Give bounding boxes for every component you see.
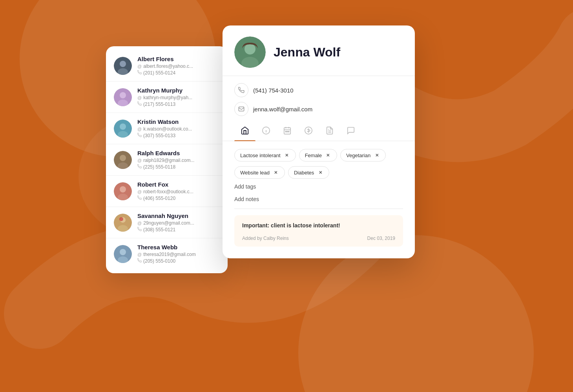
contact-email-savannah: @ 29nguyen@gmail.com... xyxy=(137,220,194,226)
bg-decoration-2 xyxy=(298,235,534,392)
contact-phone-kristin: (307) 555-0133 xyxy=(137,133,192,138)
tag-female[interactable]: Female ✕ xyxy=(299,149,337,162)
detail-name-section: Jenna Wolf xyxy=(274,45,403,60)
at-icon: @ xyxy=(137,252,142,257)
svg-point-23 xyxy=(245,44,255,54)
avatar-albert xyxy=(114,57,132,75)
contact-phone-ralph: (225) 555-0118 xyxy=(137,164,194,170)
calendar-icon xyxy=(283,126,292,137)
tag-lactose[interactable]: Lactose intolerant ✕ xyxy=(234,149,296,162)
contact-email-robert: @ robert-foxx@outlook.c... xyxy=(137,189,193,194)
tag-diabetes[interactable]: Diabetes ✕ xyxy=(288,166,329,179)
svg-rect-29 xyxy=(284,128,291,134)
avatar-kristin xyxy=(114,120,132,138)
detail-card: Jenna Wolf (541) 754-3010 jenna.wolf@gma… xyxy=(223,25,415,258)
tag-label-vegetarian: Vegetarian xyxy=(346,152,370,158)
contact-phone-robert: (406) 555-0120 xyxy=(137,196,193,201)
tag-label-diabetes: Diabetes xyxy=(294,170,314,176)
detail-email-value: jenna.wolf@gmail.com xyxy=(253,106,312,113)
tag-website-lead[interactable]: Website lead ✕ xyxy=(234,166,285,179)
contact-info-savannah: Savannah Nguyen @ 29nguyen@gmail.com... … xyxy=(137,212,194,232)
contact-name-albert: Albert Flores xyxy=(137,56,193,62)
tab-chat[interactable] xyxy=(340,123,361,141)
phone-icon-ralph xyxy=(137,164,142,170)
tab-document[interactable] xyxy=(319,123,340,141)
avatar-theresa xyxy=(114,245,132,263)
tag-close-vegetarian[interactable]: ✕ xyxy=(374,152,380,158)
svg-point-20 xyxy=(120,249,126,255)
tag-label-lactose: Lactose intolerant xyxy=(240,152,281,158)
contact-item-savannah[interactable]: Savannah Nguyen @ 29nguyen@gmail.com... … xyxy=(106,207,228,238)
contact-list-card: Albert Flores @ albert.flores@yahoo.c...… xyxy=(106,46,228,273)
contact-info-robert: Robert Fox @ robert-foxx@outlook.c... (4… xyxy=(137,181,193,201)
phone-icon-kristin xyxy=(137,133,142,138)
contact-phone-albert: (201) 555-0124 xyxy=(137,70,193,76)
phone-icon-container xyxy=(234,83,248,97)
avatar-savannah xyxy=(114,214,132,232)
phone-icon-theresa xyxy=(137,258,142,264)
phone-icon-savannah xyxy=(137,227,142,232)
tags-row-2: Website lead ✕ Diabetes ✕ xyxy=(234,166,403,179)
contact-email-theresa: @ theresa2019@gmail.com xyxy=(137,252,196,257)
tag-vegetarian[interactable]: Vegetarian ✕ xyxy=(340,149,386,162)
contact-item-ralph[interactable]: Ralph Edwards @ ralph1829@gmail.com... (… xyxy=(106,144,228,176)
home-icon xyxy=(241,126,249,137)
detail-phone-value: (541) 754-3010 xyxy=(253,87,294,94)
contact-item-kristin[interactable]: Kristin Watson @ k.watson@outlook.co... … xyxy=(106,113,228,144)
document-icon xyxy=(325,126,334,137)
contact-item-albert[interactable]: Albert Flores @ albert.flores@yahoo.c...… xyxy=(106,50,228,82)
contact-item-theresa[interactable]: Theresa Webb @ theresa2019@gmail.com (20… xyxy=(106,238,228,269)
add-tags-link[interactable]: Add tags xyxy=(234,183,403,190)
detail-header: Jenna Wolf xyxy=(234,36,403,68)
note-card: Important: client is lactose intolerant!… xyxy=(234,215,403,247)
at-icon: @ xyxy=(137,189,142,194)
tag-label-website-lead: Website lead xyxy=(240,170,270,176)
tag-close-lactose[interactable]: ✕ xyxy=(284,152,290,158)
tab-home[interactable] xyxy=(234,123,255,141)
contact-info-albert: Albert Flores @ albert.flores@yahoo.c...… xyxy=(137,56,193,76)
contact-phone-savannah: (308) 555-0121 xyxy=(137,227,194,232)
svg-rect-34 xyxy=(287,131,288,132)
contact-phone-theresa: (205) 555-0100 xyxy=(137,258,196,264)
detail-email-row: jenna.wolf@gmail.com xyxy=(234,102,403,116)
contact-email-ralph: @ ralph1829@gmail.com... xyxy=(137,158,194,163)
tag-close-diabetes[interactable]: ✕ xyxy=(317,169,323,176)
svg-point-10 xyxy=(120,155,126,161)
contact-name-kristin: Kristin Watson xyxy=(137,118,192,125)
tab-payment[interactable] xyxy=(298,123,319,141)
tab-calendar[interactable] xyxy=(277,123,298,141)
tag-close-website-lead[interactable]: ✕ xyxy=(273,169,279,176)
note-author: Added by Calby Reins xyxy=(242,236,289,241)
chat-icon xyxy=(347,126,355,137)
tab-info[interactable] xyxy=(255,123,277,141)
contact-name-kathryn: Kathryn Murphy xyxy=(137,87,192,94)
at-icon: @ xyxy=(137,127,142,131)
contact-name-savannah: Savannah Nguyen xyxy=(137,212,194,219)
svg-rect-33 xyxy=(285,131,286,132)
add-notes-link[interactable]: Add notes xyxy=(234,196,403,209)
contact-item-kathryn[interactable]: Kathryn Murphy @ kathryn-murphy@yah... (… xyxy=(106,82,228,113)
note-date: Dec 03, 2019 xyxy=(367,236,395,241)
phone-icon-albert xyxy=(137,70,142,76)
detail-name: Jenna Wolf xyxy=(274,45,403,60)
contact-info-theresa: Theresa Webb @ theresa2019@gmail.com (20… xyxy=(137,244,196,264)
contact-email-kathryn: @ kathryn-murphy@yah... xyxy=(137,95,192,100)
svg-point-17 xyxy=(119,217,123,221)
svg-point-13 xyxy=(120,186,126,192)
email-icon-container xyxy=(234,102,248,116)
contact-info-kathryn: Kathryn Murphy @ kathryn-murphy@yah... (… xyxy=(137,87,192,107)
detail-divider xyxy=(223,76,415,76)
info-icon xyxy=(262,126,270,137)
contact-info-kristin: Kristin Watson @ k.watson@outlook.co... … xyxy=(137,118,192,138)
payment-icon xyxy=(304,126,313,137)
contact-item-robert[interactable]: Robert Fox @ robert-foxx@outlook.c... (4… xyxy=(106,176,228,207)
contact-name-ralph: Ralph Edwards xyxy=(137,150,194,156)
note-footer: Added by Calby Reins Dec 03, 2019 xyxy=(242,236,395,241)
tag-close-female[interactable]: ✕ xyxy=(325,152,331,158)
phone-icon-kathryn xyxy=(137,102,142,107)
avatar-ralph xyxy=(114,151,132,169)
tabs-row xyxy=(223,123,415,141)
at-icon: @ xyxy=(137,95,142,100)
contact-phone-kathryn: (217) 555-0113 xyxy=(137,102,192,107)
tag-label-female: Female xyxy=(305,152,322,158)
